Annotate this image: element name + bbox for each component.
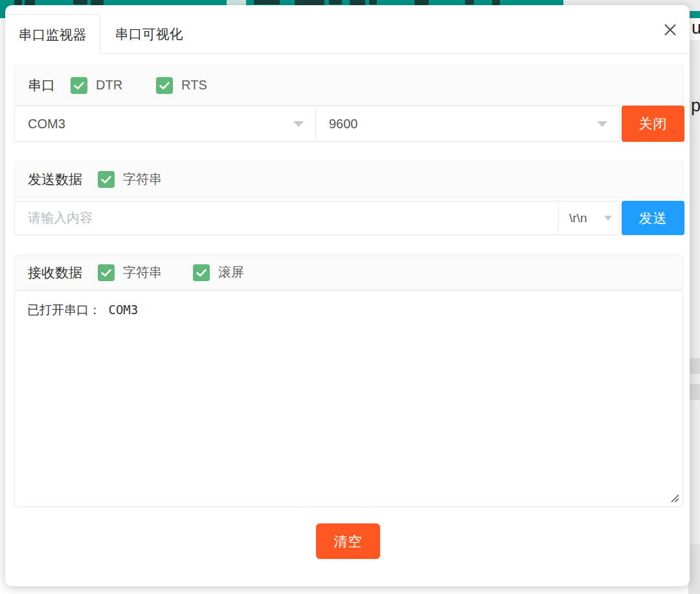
checkbox-send-string[interactable] — [98, 171, 115, 188]
dtr-label: DTR — [96, 78, 122, 93]
toolbar-glyph-fragment — [91, 0, 104, 5]
tab-serial-plotter[interactable]: 串口可视化 — [107, 14, 191, 54]
line-ending-value: \r\n — [569, 211, 587, 225]
send-string-label: 字符串 — [123, 170, 162, 188]
toolbar-glyph-fragment — [369, 0, 377, 5]
send-data-label: 发送数据 — [28, 170, 82, 188]
close-button[interactable] — [661, 21, 679, 39]
port-select[interactable]: COM3 — [14, 106, 316, 142]
chevron-down-icon — [604, 216, 612, 221]
check-icon — [157, 78, 172, 93]
close-icon — [662, 21, 679, 38]
checkbox-receive-string[interactable] — [98, 264, 115, 281]
toolbar-glyph-fragment — [414, 0, 429, 5]
toolbar-glyph-fragment — [329, 0, 342, 5]
serial-monitor-dialog: 串口监视器 串口可视化 串口 DTR RTS COM3 9600 关闭 发送数据 — [5, 5, 690, 586]
autoscroll-label: 滚屏 — [218, 264, 244, 281]
background-toolbar-edge — [688, 11, 700, 18]
background-peek-text: p — [691, 97, 700, 115]
background-peek-text: u — [692, 19, 700, 37]
serial-port-label: 串口 — [28, 76, 55, 95]
chevron-down-icon — [597, 121, 607, 127]
close-port-button[interactable]: 关闭 — [622, 106, 684, 142]
send-section-header: 发送数据 字符串 — [14, 161, 684, 198]
tab-serial-monitor-label: 串口监视器 — [19, 26, 87, 44]
receive-output[interactable]: 已打开串口： COM3 — [14, 290, 683, 507]
line-ending-select[interactable]: \r\n — [558, 201, 620, 235]
check-icon — [99, 172, 113, 187]
toolbar-glyph-fragment — [254, 0, 280, 5]
receive-section-header: 接收数据 字符串 滚屏 — [14, 255, 684, 290]
receive-string-label: 字符串 — [123, 264, 162, 281]
checkbox-rts[interactable] — [156, 77, 173, 94]
receive-output-wrap: 已打开串口： COM3 — [14, 290, 683, 507]
background-strip — [688, 544, 700, 594]
baud-select-value: 9600 — [329, 117, 358, 131]
tab-header: 串口监视器 串口可视化 — [5, 5, 690, 54]
port-select-value: COM3 — [28, 117, 65, 131]
serial-port-section-header: 串口 DTR RTS — [14, 65, 684, 106]
toolbar-glyph-fragment — [350, 0, 365, 5]
chevron-down-icon — [293, 121, 304, 127]
toolbar-glyph-fragment — [73, 0, 87, 5]
toolbar-glyph-fragment — [295, 0, 324, 5]
check-icon — [99, 266, 113, 280]
check-icon — [72, 78, 86, 93]
toolbar-glyph-fragment — [492, 0, 500, 5]
toolbar-glyph-fragment — [465, 0, 474, 5]
background-strip — [688, 40, 700, 594]
checkbox-autoscroll[interactable] — [193, 264, 210, 281]
check-icon — [194, 266, 209, 280]
rts-label: RTS — [181, 78, 207, 93]
tab-serial-plotter-label: 串口可视化 — [115, 25, 183, 43]
background-strip-band — [688, 384, 700, 400]
send-button[interactable]: 发送 — [622, 201, 684, 235]
baud-select[interactable]: 9600 — [315, 106, 620, 142]
resize-handle-icon[interactable] — [670, 493, 680, 503]
background-strip-band — [688, 358, 700, 374]
send-input[interactable] — [14, 201, 559, 235]
receive-data-label: 接收数据 — [28, 264, 82, 282]
checkbox-dtr[interactable] — [71, 77, 87, 94]
toolbar-glyph-fragment — [14, 0, 22, 5]
clear-button[interactable]: 清空 — [316, 523, 380, 559]
tab-serial-monitor[interactable]: 串口监视器 — [5, 14, 100, 54]
